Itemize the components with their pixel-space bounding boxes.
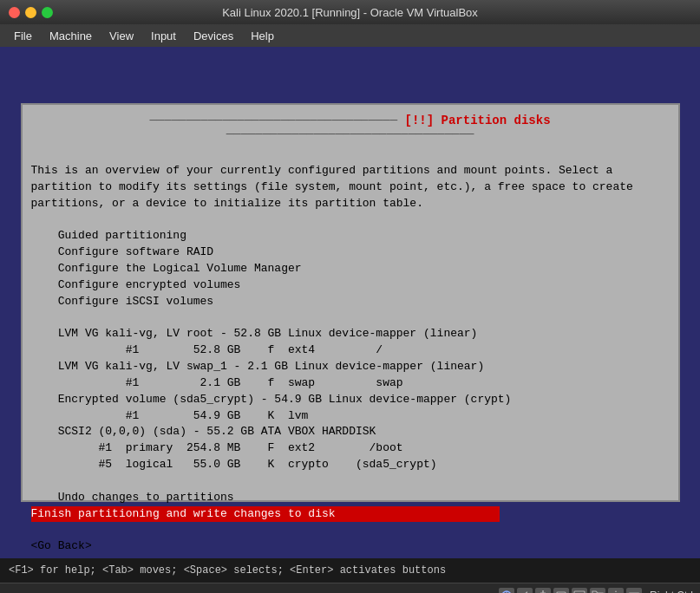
- window-title: Kali Linux 2020.1 [Running] - Oracle VM …: [222, 6, 478, 19]
- terminal-window: ────────────────────────────────── [!!] …: [21, 103, 680, 502]
- go-back-option[interactable]: <Go Back>: [31, 539, 92, 552]
- terminal-border-right: ──────────────────────────────────: [226, 127, 474, 141]
- shared-folders-icon: [590, 588, 605, 594]
- audio-icon: [517, 588, 533, 594]
- keyboard-icon: [626, 588, 642, 594]
- right-ctrl-label: Right Ctrl: [650, 590, 693, 594]
- highlighted-option[interactable]: Finish partitioning and write changes to…: [31, 506, 500, 523]
- bottom-icons-bar: Right Ctrl: [0, 583, 700, 593]
- terminal-body: This is an overview of your currently co…: [31, 147, 670, 571]
- menubar: File Machine View Input Devices Help: [0, 24, 700, 47]
- vm-display: ────────────────────────────────── [!!] …: [0, 47, 700, 558]
- menu-devices[interactable]: Devices: [186, 28, 240, 44]
- terminal-title: [!!] Partition disks: [405, 114, 551, 127]
- menu-input[interactable]: Input: [144, 28, 183, 44]
- menu-help[interactable]: Help: [244, 28, 281, 44]
- menu-file[interactable]: File: [7, 28, 39, 44]
- settings-icon: [608, 588, 624, 594]
- description-text: This is an overview of your currently co…: [31, 164, 633, 504]
- maximize-button[interactable]: [42, 7, 53, 18]
- minimize-button[interactable]: [25, 7, 36, 18]
- usb-icon: [535, 588, 551, 594]
- titlebar: Kali Linux 2020.1 [Running] - Oracle VM …: [0, 0, 700, 24]
- disk-icon: [553, 588, 569, 594]
- display-icon: [572, 588, 587, 594]
- terminal-border-left: ──────────────────────────────────: [149, 114, 397, 127]
- close-button[interactable]: [9, 7, 20, 18]
- menu-machine[interactable]: Machine: [43, 28, 99, 44]
- window-controls[interactable]: [9, 7, 53, 18]
- network-icon: [499, 588, 514, 594]
- menu-view[interactable]: View: [102, 28, 141, 44]
